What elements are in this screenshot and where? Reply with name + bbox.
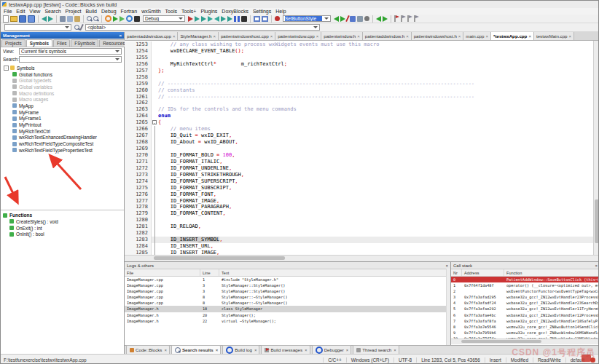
menu-item-settings[interactable]: Settings — [253, 9, 271, 14]
stack-frame-row[interactable]: 2wxEventFunctorFunctor<wxEventTypeTag<wx… — [451, 288, 599, 294]
save-all-icon[interactable] — [28, 15, 35, 23]
menu-item-debug[interactable]: Debug — [101, 9, 117, 14]
view-combo[interactable]: Current file's symbols — [19, 48, 122, 55]
log-row[interactable]: ImageManager.cpp3StyleManager::StyleMana… — [125, 288, 450, 294]
bottom-tab-search-results[interactable]: Search results× — [171, 345, 221, 354]
menu-item-tools[interactable]: Tools+ — [181, 9, 196, 14]
editor-line-1273[interactable]: 1273 ID_FORMAT_STRIKETHROUGH, — [125, 172, 594, 178]
break-debugger-icon[interactable] — [234, 16, 240, 22]
collapse-icon[interactable]: - — [4, 66, 9, 71]
tree-item-myframe1[interactable]: MyFrame1 — [1, 116, 124, 122]
editor-line-1257[interactable]: 1257}; — [125, 68, 594, 74]
editor-line-1274[interactable]: 1274 ID_FORMAT_SUPERSCRIPT, — [125, 178, 594, 185]
rebuild-icon[interactable] — [126, 15, 133, 22]
step-into-instruction-icon[interactable] — [227, 16, 232, 22]
editor-tab-patientaddwindow-cpp[interactable]: patientaddwindow.cpp× — [125, 32, 178, 40]
tree-item-global-typedefs[interactable]: Global typedefs — [1, 77, 124, 84]
tree-item-myapp[interactable]: MyApp — [1, 103, 124, 109]
bottom-tab-debugger[interactable]: Debugger× — [312, 345, 352, 354]
cc-symbol-combo[interactable] — [4, 24, 71, 31]
step-out-icon[interactable] — [214, 16, 219, 22]
find-icon[interactable] — [87, 16, 92, 21]
log-row[interactable]: ImageManager.h22virtual ~StyleManager(); — [125, 318, 450, 324]
stack-frame-row[interactable]: 60x7ffa3afae4bcwxbase32u_gcc!_ZN12wxEvtH… — [451, 312, 599, 318]
menu-item-doxyblocks[interactable]: DoxyBlocks — [222, 9, 248, 14]
incremental-search-combo[interactable]: SetButtonStyle — [283, 15, 331, 22]
close-tab-icon[interactable]: × — [485, 34, 488, 39]
close-tab-icon[interactable]: × — [569, 34, 572, 39]
browse-back-icon[interactable] — [376, 16, 381, 22]
next-instruction-icon[interactable] — [221, 16, 226, 22]
match-case-icon[interactable] — [357, 16, 363, 22]
next-line-icon[interactable] — [201, 16, 206, 22]
log-row[interactable]: ImageManager.cpp8StyleManager::~StyleMan… — [125, 300, 450, 306]
menu-item-build[interactable]: Build — [85, 9, 97, 14]
fold-collapse-icon[interactable]: - — [152, 120, 157, 124]
search-next-icon[interactable] — [340, 16, 345, 22]
editor-tab-main-cpp[interactable]: main.cpp× — [463, 32, 491, 40]
tree-item-myrichtextctrl[interactable]: MyRichTextCtrl — [1, 128, 124, 135]
editor-tab-stylemanager-h[interactable]: StyleManager.h× — [178, 32, 219, 40]
prev-bookmark-icon[interactable] — [401, 15, 402, 22]
bottom-tab-build-log[interactable]: Build log× — [222, 345, 259, 354]
cut-icon[interactable] — [60, 16, 66, 22]
tree-item-wxrichtextfieldtypecompositetest[interactable]: wxRichTextFieldTypeCompositeTest — [1, 141, 124, 147]
editor-line-1278[interactable]: 1278 ID_FORMAT_PARAGRAPH, — [125, 204, 594, 210]
close-tab-icon[interactable]: × — [216, 348, 219, 352]
editor-line-1259[interactable]: 1259// ---------------------------------… — [125, 81, 594, 87]
tree-root-symbols[interactable]: -Symbols — [1, 65, 124, 71]
highlight-occurrences-icon[interactable] — [345, 15, 350, 22]
close-tab-icon[interactable]: × — [394, 348, 396, 352]
menu-item-project[interactable]: Project — [66, 9, 82, 14]
abort-build-icon[interactable] — [134, 16, 140, 22]
clear-bookmarks-icon[interactable] — [414, 15, 415, 22]
close-call-stack-icon[interactable]: × — [595, 264, 598, 268]
build-target-combo[interactable]: Debug — [143, 15, 185, 22]
bottom-tab-thread-search[interactable]: Thread search× — [353, 345, 399, 354]
redo-icon[interactable] — [48, 16, 53, 22]
menu-item-plugins[interactable]: Plugins — [200, 9, 217, 14]
tree-item-macro-usages[interactable]: Macro usages — [1, 96, 124, 103]
search-prev-icon[interactable] — [334, 16, 339, 22]
call-stack-scrollbar[interactable] — [451, 339, 599, 344]
editor-line-1269[interactable]: 1269 — [125, 146, 594, 152]
function-item-onexit-int[interactable]: OnExit() : int — [1, 225, 124, 232]
editor-tab-testwxmain-cpp[interactable]: testwxMain.cpp× — [534, 32, 574, 40]
editor-line-1284[interactable]: 1284 ID_INSERT_URL, — [125, 243, 594, 250]
editor-line-1267[interactable]: 1267 ID_Quit = wxID_EXIT, — [125, 132, 594, 139]
close-tab-icon[interactable]: × — [528, 34, 531, 39]
close-tab-icon[interactable]: × — [213, 34, 216, 39]
editor-tab-patientaddwindow-h[interactable]: patientaddwindow.h× — [363, 32, 412, 40]
close-tab-icon[interactable]: × — [346, 348, 349, 352]
function-item-createstyles-void[interactable]: CreateStyles() : void — [1, 218, 124, 225]
tree-item-wxrichtextenhanceddrawinghandler[interactable]: wxRichTextEnhancedDrawingHandler — [1, 135, 124, 141]
browse-forward-icon[interactable] — [383, 16, 388, 22]
log-row[interactable]: ImageManager.cpp8StyleManager::~StyleMan… — [125, 294, 450, 300]
editor-line-1256[interactable]: 1256 MyRichTextCtrl* m_richTextCtrl; — [125, 61, 594, 68]
menu-item-edit[interactable]: Edit — [16, 9, 25, 14]
various-info-icon[interactable] — [262, 16, 268, 22]
close-tab-icon[interactable]: × — [406, 34, 409, 39]
editor-line-1264[interactable]: 1264enum — [125, 113, 594, 119]
paste-icon[interactable] — [74, 16, 80, 22]
editor-line-1255[interactable]: 1255 — [125, 55, 594, 61]
stack-frame-row[interactable]: 70x7ffa3afaf8fawxbase32u_gcc!_ZN12wxEvtH… — [451, 318, 599, 324]
step-into-icon[interactable] — [208, 16, 213, 22]
editor-line-1262[interactable]: 1262 — [125, 100, 594, 106]
menu-item-search[interactable]: Search — [44, 9, 60, 14]
selected-text-icon[interactable] — [350, 16, 356, 22]
stop-debugger-icon[interactable] — [241, 16, 247, 22]
editor-line-1280[interactable]: 1280 — [125, 217, 594, 223]
menu-item-help[interactable]: Help — [275, 9, 286, 14]
log-row[interactable]: ImageManager.cpp1#include "StyleManager.… — [125, 277, 450, 282]
stack-frame-row[interactable]: 0PatientAddWindow::SaveButtonClick (this… — [451, 277, 599, 282]
editor-line-1266[interactable]: 1266 // menu items — [125, 126, 594, 132]
editor-line-1253[interactable]: 1253 // any class wishing to process wxW… — [125, 41, 594, 48]
editor-line-1272[interactable]: 1272 ID_FORMAT_UNDERLINE, — [125, 165, 594, 172]
close-panel-icon[interactable]: × — [119, 33, 122, 38]
editor-line-1263[interactable]: 1263// IDs for the controls and the menu… — [125, 106, 594, 113]
scroll-thumb[interactable] — [595, 199, 599, 243]
editor-line-1277[interactable]: 1277 ID_FORMAT_IMAGE, — [125, 198, 594, 205]
menu-item-file[interactable]: File — [4, 9, 12, 14]
scroll-thumb[interactable] — [154, 256, 285, 260]
